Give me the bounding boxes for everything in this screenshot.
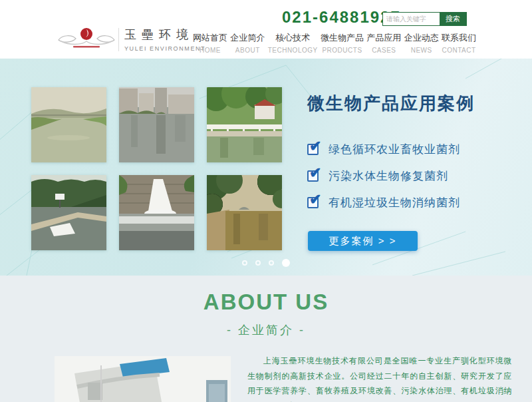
feature-item: ✔ 有机湿垃圾生物消纳菌剂	[307, 189, 460, 216]
feature-item: ✔ 绿色循环农业畜牧业菌剂	[307, 136, 460, 162]
banner-photo-river	[31, 87, 106, 162]
search-input[interactable]	[383, 13, 440, 25]
hero-feature-list: ✔ 绿色循环农业畜牧业菌剂 ✔ 污染水体生物修复菌剂 ✔ 有机湿垃圾生物消纳菌剂	[307, 136, 460, 216]
nav-label-cn: 企业简介	[230, 32, 265, 44]
logo-divider	[118, 28, 119, 51]
feature-label: 有机湿垃圾生物消纳菌剂	[329, 195, 460, 210]
nav-label-cn: 联系我们	[442, 32, 476, 44]
carousel-dot-3[interactable]	[269, 260, 274, 266]
feature-label: 污染水体生物修复菌剂	[329, 168, 448, 184]
nav-label-en: CASES	[366, 47, 401, 54]
nav-item-cases[interactable]: 产品应用 CASES	[366, 32, 401, 54]
carousel-dots	[0, 259, 532, 267]
nav-label-en: HOME	[193, 47, 227, 54]
banner-photo-grid	[31, 87, 282, 250]
about-subtitle: - 企业简介 -	[0, 322, 532, 338]
nav-item-contact[interactable]: 联系我们 CONTACT	[442, 32, 476, 54]
more-cases-button[interactable]: 更多案例 > >	[308, 231, 418, 251]
carousel-dot-2[interactable]	[255, 260, 261, 266]
logo-ornament-icon	[56, 25, 117, 53]
carousel-dot-1[interactable]	[242, 260, 247, 266]
nav-label-en: ABOUT	[230, 47, 265, 54]
nav-item-technology[interactable]: 核心技术 TECHNOLOGY	[268, 32, 318, 54]
main-nav: 网站首页 HOME 企业简介 ABOUT 核心技术 TECHNOLOGY 微生物…	[193, 32, 476, 54]
site-logo[interactable]: 玉壘环境 YULEI ENVIRONMENT	[56, 25, 205, 53]
banner-photo-fence-canal	[207, 87, 282, 162]
check-icon: ✔	[307, 144, 319, 155]
feature-label: 绿色循环农业畜牧业菌剂	[329, 142, 460, 157]
nav-label-en: TECHNOLOGY	[268, 47, 318, 54]
nav-label-cn: 网站首页	[193, 32, 227, 44]
page: 021-64881927 搜索 玉壘环境 YULEI ENVIRONMENT 网…	[0, 0, 532, 402]
feature-item: ✔ 污染水体生物修复菌剂	[307, 162, 460, 189]
nav-item-about[interactable]: 企业简介 ABOUT	[230, 32, 265, 54]
search-button[interactable]: 搜索	[440, 13, 466, 25]
nav-label-cn: 企业动态	[404, 32, 439, 44]
check-icon: ✔	[307, 170, 319, 182]
hero-title: 微生物产品应用案例	[307, 92, 475, 115]
nav-label-cn: 产品应用	[366, 32, 401, 44]
banner-photo-urban-canal	[119, 87, 194, 162]
nav-item-news[interactable]: 企业动态 NEWS	[404, 32, 439, 54]
nav-label-cn: 微生物产品	[321, 32, 364, 44]
about-paragraph: 上海玉壘环境生物技术有限公司是全国唯一专业生产驯化型环境微生物制剂的高新技术企业…	[247, 353, 512, 402]
nav-label-cn: 核心技术	[268, 32, 318, 44]
hero-banner: 微生物产品应用案例 ✔ 绿色循环农业畜牧业菌剂 ✔ 污染水体生物修复菌剂 ✔ 有…	[0, 59, 532, 276]
nav-label-en: PRODUCTS	[321, 47, 364, 54]
banner-photo-waterfall	[119, 175, 194, 250]
check-icon: ✔	[307, 197, 319, 208]
nav-label-en: NEWS	[404, 47, 439, 54]
banner-photo-tree-canal	[207, 175, 282, 250]
nav-item-home[interactable]: 网站首页 HOME	[193, 32, 227, 54]
nav-item-products[interactable]: 微生物产品 PRODUCTS	[321, 32, 364, 54]
search-box: 搜索	[382, 12, 467, 26]
nav-label-en: CONTACT	[442, 47, 476, 54]
about-section: ABOUT US - 企业简介 - 上海玉壘环境生物技术有限公	[0, 276, 532, 402]
factory-building-photo	[55, 356, 231, 402]
about-title: ABOUT US	[0, 290, 532, 315]
carousel-dot-4-active[interactable]	[282, 259, 290, 267]
banner-photo-weir-dam	[31, 175, 106, 250]
